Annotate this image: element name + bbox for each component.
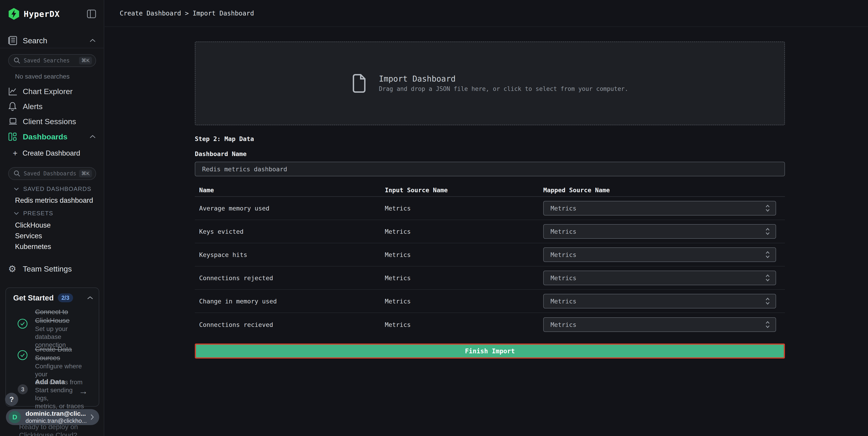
create-dashboard-label: Create Dashboard xyxy=(23,149,80,157)
select-value: Metrics xyxy=(551,298,577,305)
row-input-source: Metrics xyxy=(385,228,543,235)
row-name: Connections rejected xyxy=(195,274,385,282)
saved-searches-input[interactable]: Saved Searches ⌘K xyxy=(8,54,96,67)
mapped-source-select[interactable]: Metrics xyxy=(543,317,776,332)
step-number-badge: 3 xyxy=(18,384,28,394)
step-desc-line: Configure where your xyxy=(35,362,85,378)
select-value: Metrics xyxy=(551,251,577,258)
saved-dashboards-group[interactable]: SAVED DASHBOARDS xyxy=(14,185,91,193)
column-header-input-source: Input Source Name xyxy=(385,186,543,194)
step-title-line: Connect to xyxy=(35,308,85,316)
dropzone-subtitle: Drag and drop a JSON file here, or click… xyxy=(379,84,628,93)
dropzone-title: Import Dashboard xyxy=(379,74,628,84)
progress-badge: 2/3 xyxy=(58,293,73,302)
row-input-source: Metrics xyxy=(385,321,543,328)
preset-item-services[interactable]: Services xyxy=(15,232,42,240)
sidebar-item-label: Team Settings xyxy=(23,264,72,273)
row-name: Change in memory used xyxy=(195,298,385,305)
select-value: Metrics xyxy=(551,321,577,328)
row-input-source: Metrics xyxy=(385,251,543,258)
sidebar: HyperDX Search xyxy=(0,0,104,436)
user-name: dominic.tran@clic... xyxy=(26,410,87,417)
breadcrumb: Create Dashboard > Import Dashboard xyxy=(120,9,254,17)
saved-dashboards-placeholder: Saved Dashboards xyxy=(24,170,76,177)
mapped-source-select[interactable]: Metrics xyxy=(543,248,776,262)
shortcut-badge: ⌘K xyxy=(79,57,92,64)
sidebar-item-label: Chart Explorer xyxy=(23,87,72,96)
create-dashboard-button[interactable]: + Create Dashboard xyxy=(13,148,80,158)
step-desc-line: metrics, or traces xyxy=(35,402,85,410)
journal-icon xyxy=(8,36,18,45)
sidebar-item-search[interactable]: Search xyxy=(0,33,104,48)
mapped-source-select[interactable]: Metrics xyxy=(543,224,776,239)
table-row: Connections recieved Metrics Metrics xyxy=(195,313,785,336)
row-input-source: Metrics xyxy=(385,274,543,282)
sidebar-item-label: Search xyxy=(23,36,47,45)
user-menu[interactable]: D dominic.tran@clic... dominic.tran@clic… xyxy=(6,409,99,425)
check-circle-icon xyxy=(17,318,28,329)
chart-icon xyxy=(8,87,18,96)
sidebar-item-team-settings[interactable]: ⚙ Team Settings xyxy=(0,261,104,276)
group-label-text: PRESETS xyxy=(23,210,53,217)
step-title-line: ClickHouse xyxy=(35,316,85,325)
step-title-line: Add Data xyxy=(35,377,85,386)
row-input-source: Metrics xyxy=(385,298,543,305)
table-row: Connections rejected Metrics Metrics xyxy=(195,266,785,290)
import-dropzone[interactable]: Import Dashboard Drag and drop a JSON fi… xyxy=(195,41,785,125)
select-chevrons-icon xyxy=(765,228,770,235)
table-row: Average memory used Metrics Metrics xyxy=(195,197,785,220)
sidebar-collapse-icon[interactable] xyxy=(87,9,96,18)
chevron-down-icon xyxy=(14,187,19,191)
dashboard-icon xyxy=(8,132,18,142)
row-name: Keyspace hits xyxy=(195,251,385,258)
dashboard-name-input[interactable]: Redis metrics dashboard xyxy=(195,162,785,176)
top-bar: Create Dashboard > Import Dashboard xyxy=(105,0,868,27)
dashboard-name-value: Redis metrics dashboard xyxy=(202,166,287,173)
main-content: Create Dashboard > Import Dashboard Impo… xyxy=(105,0,868,436)
mapped-source-select[interactable]: Metrics xyxy=(543,201,776,215)
promo-text: ClickHouse Cloud? xyxy=(19,431,77,436)
laptop-icon xyxy=(8,117,18,126)
sidebar-divider xyxy=(0,48,104,48)
preset-item-clickhouse[interactable]: ClickHouse xyxy=(15,221,51,229)
row-name: Connections recieved xyxy=(195,321,385,328)
get-started-title: Get Started xyxy=(13,294,54,302)
mapped-source-select[interactable]: Metrics xyxy=(543,294,776,309)
select-chevrons-icon xyxy=(765,274,770,282)
chevron-up-icon[interactable] xyxy=(87,296,93,300)
sidebar-item-alerts[interactable]: Alerts xyxy=(0,99,104,114)
chevron-right-icon xyxy=(90,414,94,420)
select-value: Metrics xyxy=(551,205,577,212)
no-saved-searches-text: No saved searches xyxy=(15,73,70,80)
arrow-right-icon: → xyxy=(79,386,88,396)
column-header-mapped-source: Mapped Source Name xyxy=(543,186,785,194)
help-button[interactable]: ? xyxy=(5,393,18,406)
bell-icon xyxy=(8,101,18,111)
mapped-source-select[interactable]: Metrics xyxy=(543,271,776,285)
avatar: D xyxy=(9,411,21,423)
sidebar-item-chart-explorer[interactable]: Chart Explorer xyxy=(0,84,104,99)
chevron-down-icon xyxy=(14,212,19,215)
select-chevrons-icon xyxy=(765,204,770,212)
saved-searches-placeholder: Saved Searches xyxy=(24,57,70,64)
step-heading: Step 2: Map Data xyxy=(195,135,254,142)
row-name: Average memory used xyxy=(195,205,385,212)
plus-icon: + xyxy=(13,148,18,158)
column-header-name: Name xyxy=(195,186,385,194)
saved-dashboard-item[interactable]: Redis metrics dashboard xyxy=(15,196,93,205)
chevron-up-icon[interactable] xyxy=(89,135,96,139)
mapping-table: Name Input Source Name Mapped Source Nam… xyxy=(195,183,785,336)
presets-group[interactable]: PRESETS xyxy=(14,210,53,217)
sidebar-item-client-sessions[interactable]: Client Sessions xyxy=(0,114,104,129)
preset-item-kubernetes[interactable]: Kubernetes xyxy=(15,242,51,251)
step-desc-line: Set up your database xyxy=(35,325,85,341)
get-started-panel: Get Started 2/3 Connect to ClickHouse Se… xyxy=(5,288,99,407)
group-label-text: SAVED DASHBOARDS xyxy=(23,185,91,193)
saved-dashboards-input[interactable]: Saved Dashboards ⌘K xyxy=(8,167,96,180)
sidebar-item-dashboards[interactable]: Dashboards xyxy=(0,129,104,144)
table-row: Keys evicted Metrics Metrics xyxy=(195,220,785,243)
select-chevrons-icon xyxy=(765,251,770,259)
finish-import-button[interactable]: Finish Import xyxy=(195,344,785,358)
check-circle-icon xyxy=(17,350,28,360)
chevron-up-icon[interactable] xyxy=(89,38,96,42)
